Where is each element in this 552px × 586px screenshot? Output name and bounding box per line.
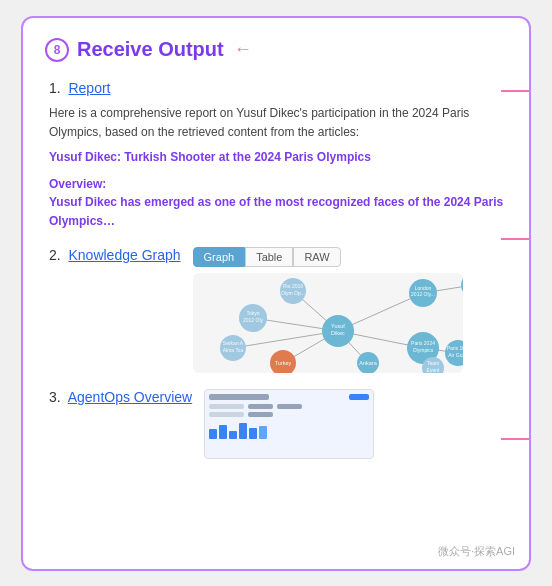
- thumb-data-row-2: [209, 412, 369, 417]
- thumb-header-row: [209, 394, 369, 400]
- tab-raw[interactable]: RAW: [293, 247, 340, 267]
- arrow-indicator: ←: [234, 39, 252, 60]
- thumb-data-row-1: [209, 404, 369, 409]
- svg-text:Olympics: Olympics: [412, 347, 433, 353]
- main-card: 8 Receive Output ← 1. Report Here is a c…: [21, 16, 531, 571]
- thumb-bar-5: [249, 428, 257, 439]
- tab-table[interactable]: Table: [245, 247, 293, 267]
- svg-text:Air Guns: Air Guns: [448, 352, 463, 358]
- thumb-button: [349, 394, 369, 400]
- svg-text:Yusuf: Yusuf: [331, 323, 345, 329]
- step-circle: 8: [45, 38, 69, 62]
- section-title: Receive Output: [77, 38, 224, 61]
- arrow-bot: [501, 438, 531, 440]
- svg-text:Paris 2024: Paris 2024: [411, 340, 435, 346]
- thumb-val-1: [248, 404, 273, 409]
- thumb-bar-6: [259, 426, 267, 439]
- report-subject-title: Yusuf Dikec: Turkish Shooter at the 2024…: [49, 148, 507, 167]
- svg-text:Dikec: Dikec: [331, 330, 345, 336]
- watermark: 微众号·探索AGI: [438, 544, 515, 559]
- svg-text:2012 Oly...: 2012 Oly...: [411, 291, 435, 297]
- tab-graph[interactable]: Graph: [193, 247, 246, 267]
- content-area: 1. Report Here is a comprehensive report…: [45, 80, 507, 460]
- overview-text: Yusuf Dikec has emerged as one of the mo…: [49, 193, 507, 231]
- thumb-val-3: [248, 412, 273, 417]
- thumb-label-2: [209, 412, 244, 417]
- svg-text:Alma Tsa: Alma Tsa: [222, 347, 243, 353]
- svg-text:Team: Team: [426, 360, 438, 366]
- svg-text:Rio 2016: Rio 2016: [283, 283, 303, 289]
- section-header: 8 Receive Output ←: [45, 38, 507, 62]
- thumb-title-bar: [209, 394, 269, 400]
- agentops-label-area: 3. AgentOps Overview: [49, 389, 192, 413]
- graph-tabs: Graph Table RAW: [193, 247, 507, 267]
- report-intro: Here is a comprehensive report on Yusuf …: [49, 104, 507, 142]
- kg-graph-area: Graph Table RAW: [193, 247, 507, 373]
- agentops-item-header: 3. AgentOps Overview: [49, 389, 192, 405]
- svg-text:Paris 10m: Paris 10m: [446, 345, 462, 351]
- overview-label: Overview:: [49, 177, 507, 191]
- report-link[interactable]: Report: [68, 80, 110, 96]
- agentops-thumbnail: [204, 389, 374, 459]
- svg-text:Turkey: Turkey: [274, 360, 291, 366]
- kg-label-area: 2. Knowledge Graph: [49, 247, 181, 271]
- thumb-bar-1: [209, 429, 217, 439]
- thumb-bar-2: [219, 425, 227, 439]
- thumb-val-2: [277, 404, 302, 409]
- svg-point-33: [461, 273, 463, 297]
- thumb-label-1: [209, 404, 244, 409]
- svg-text:Event: Event: [426, 367, 439, 373]
- knowledge-graph-svg: Yusuf Dikec London 2012 Oly... Paris 202…: [193, 273, 463, 373]
- svg-text:Tokyo: Tokyo: [246, 310, 259, 316]
- report-item-header: 1. Report: [49, 80, 507, 96]
- arrow-top: [501, 90, 531, 92]
- kg-item-header: 2. Knowledge Graph: [49, 247, 181, 263]
- arrow-mid: [501, 238, 531, 240]
- thumb-bar-3: [229, 431, 237, 439]
- agentops-link[interactable]: AgentOps Overview: [68, 389, 193, 405]
- thumb-bar-chart: [209, 421, 369, 439]
- agentops-section: 3. AgentOps Overview: [49, 389, 507, 459]
- thumb-bar-4: [239, 423, 247, 439]
- svg-text:Serkan A: Serkan A: [222, 340, 243, 346]
- knowledge-graph-link[interactable]: Knowledge Graph: [68, 247, 180, 263]
- graph-container: Yusuf Dikec London 2012 Oly... Paris 202…: [193, 273, 463, 373]
- svg-text:Olym Op...: Olym Op...: [281, 290, 305, 296]
- svg-text:2012 Oly: 2012 Oly: [243, 317, 264, 323]
- knowledge-graph-section: 2. Knowledge Graph Graph Table RAW: [49, 247, 507, 373]
- svg-text:Ankara: Ankara: [359, 360, 377, 366]
